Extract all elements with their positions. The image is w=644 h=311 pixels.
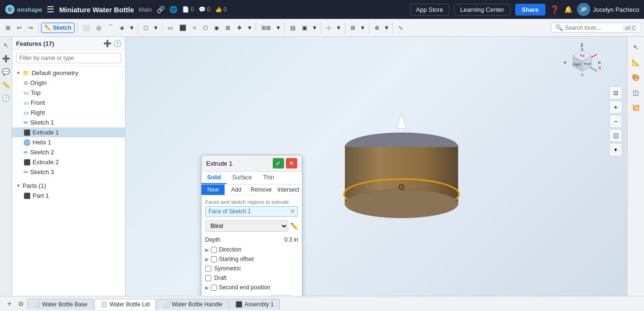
tree-item-extrude1[interactable]: ⬛ Extrude 1 (12, 127, 125, 137)
toolbar-btn-14[interactable]: ❖ (234, 23, 245, 33)
tree-item-right[interactable]: ▭ Right (12, 108, 125, 118)
rt-select-button[interactable]: ↖ (629, 41, 643, 54)
search-input[interactable] (565, 25, 621, 31)
view-cube[interactable]: Z X Top Front Right ▲ ▼ ◀ ▶ (561, 42, 603, 84)
clear-selection-icon[interactable]: ✕ (290, 208, 295, 215)
toolbar-btn-3[interactable]: ⌒ (105, 22, 116, 33)
extrude-confirm-button[interactable]: ✓ (273, 158, 284, 168)
settings-gear-button[interactable]: ⚙ (16, 300, 26, 308)
direction-row[interactable]: ▶ Direction (201, 245, 302, 254)
feature-history-icon[interactable]: 🕐 (113, 40, 121, 47)
toolbar-btn-5[interactable]: ▼ (128, 23, 135, 33)
toolbar-btn-25[interactable]: ⊕ (372, 23, 382, 33)
help-icon[interactable]: ❓ (550, 5, 560, 14)
toolbar-btn-24[interactable]: ▼ (359, 23, 367, 33)
side-history-icon[interactable]: 🕐 (1, 93, 11, 103)
zoom-in-button[interactable]: + (609, 101, 622, 114)
toolbar-btn-1[interactable]: ⬜ (80, 23, 92, 33)
op-new[interactable]: New (201, 185, 225, 195)
toolbar-btn-17[interactable]: ▼ (275, 23, 282, 33)
learning-center-button[interactable]: Learning Center (454, 4, 510, 16)
tree-item-extrude2[interactable]: ⬛ Extrude 2 (12, 157, 125, 167)
toolbar-btn-13[interactable]: ⊞ (223, 23, 233, 33)
toolbar-btn-16[interactable]: ⊞⊞ (259, 23, 274, 33)
toolbar-btn-18[interactable]: ▤ (287, 23, 298, 33)
toolbar-grid-button[interactable]: ⊞ (3, 23, 13, 33)
globe-icon[interactable]: 🌐 (169, 6, 177, 13)
toolbar-btn-22[interactable]: ▼ (335, 23, 343, 33)
draft-checkbox[interactable] (205, 275, 211, 281)
toolbar-btn-15[interactable]: ▼ (246, 23, 253, 33)
render-mode-dropdown[interactable]: ▼ (609, 143, 622, 156)
toolbar-btn-7[interactable]: ▼ (152, 23, 159, 33)
starting-offset-checkbox[interactable] (211, 256, 217, 262)
op-intersect[interactable]: Intersect (275, 185, 302, 195)
sketch-button[interactable]: ✏️ Sketch (41, 23, 75, 33)
user-profile[interactable]: JP Jocelyn Pacheco (577, 3, 639, 16)
add-feature-icon[interactable]: ➕ (103, 40, 111, 47)
link-icon[interactable]: 🔗 (157, 6, 165, 13)
tab-solid[interactable]: Solid (201, 172, 226, 184)
side-add-icon[interactable]: ➕ (1, 54, 11, 63)
tree-item-top[interactable]: ▭ Top (12, 88, 125, 98)
tab-assembly1[interactable]: ⬛ Assembly 1 (229, 299, 280, 310)
toolbar-btn-8[interactable]: ▭ (165, 23, 176, 33)
rt-section-button[interactable]: ◫ (629, 86, 643, 99)
end-type-edit-button[interactable]: ✏️ (290, 222, 298, 230)
end-type-dropdown[interactable]: Blind Through All Up to Face Up to Verte… (205, 220, 288, 232)
tree-item-helix1[interactable]: 🌀 Helix 1 (12, 137, 125, 147)
tree-item-sketch1[interactable]: ✏ Sketch 1 (12, 118, 125, 127)
side-select-icon[interactable]: ↖ (1, 41, 11, 50)
notifications-icon[interactable]: 🔔 (564, 6, 572, 13)
tree-item-sketch3[interactable]: ✏ Sketch 3 (12, 167, 125, 177)
final-button[interactable]: Final (271, 295, 292, 296)
toolbar-btn-19[interactable]: ▣ (299, 23, 310, 33)
tree-item-sketch2[interactable]: ✏ Sketch 2 (12, 147, 125, 157)
onshape-logo[interactable]: O onshape (5, 4, 42, 15)
tab-water-bottle-base[interactable]: ⬜ Water Bottle Base (27, 299, 93, 310)
appstore-button[interactable]: App Store (410, 4, 450, 16)
symmetric-checkbox[interactable] (205, 266, 211, 272)
hamburger-icon[interactable]: ☰ (47, 4, 54, 15)
zoom-out-button[interactable]: − (609, 115, 622, 128)
add-tab-button[interactable]: + (4, 298, 15, 310)
extrude-cancel-button[interactable]: ✕ (286, 158, 297, 168)
toolbar-btn-11[interactable]: ⬡ (200, 23, 210, 33)
side-comment-icon[interactable]: 💬 (1, 67, 11, 76)
tab-thin[interactable]: Thin (258, 172, 280, 184)
side-measure-icon[interactable]: 📏 (1, 80, 11, 90)
toolbar-btn-27[interactable]: ⤡ (395, 23, 406, 33)
toolbar-btn-26[interactable]: ▼ (383, 23, 391, 33)
toolbar-btn-20[interactable]: ▼ (311, 23, 318, 33)
toolbar-btn-2[interactable]: ◎ (93, 23, 104, 33)
tree-item-origin[interactable]: ⊕ Origin (12, 78, 125, 88)
selected-face-box[interactable]: Face of Sketch 1 ✕ (205, 206, 298, 217)
rt-appearance-button[interactable]: 🎨 (629, 71, 643, 84)
rt-explode-button[interactable]: 💥 (629, 101, 643, 114)
redo-button[interactable]: ↪ (25, 23, 36, 33)
tab-water-bottle-handle[interactable]: ⬜ Water Bottle Handle (157, 299, 228, 310)
tree-group-parts[interactable]: ▼ Parts (1) (12, 181, 125, 191)
second-end-row[interactable]: ▶ Second end position (201, 283, 302, 292)
toolbar-btn-4[interactable]: ◈ (117, 23, 127, 33)
op-add[interactable]: Add (225, 185, 248, 195)
section-view-button[interactable]: ◫ (609, 129, 622, 142)
tree-group-default-geometry[interactable]: ▼ 📁 Default geometry (12, 68, 125, 78)
starting-offset-row[interactable]: ▶ Starting offset (201, 254, 302, 264)
toolbar-btn-10[interactable]: ⌗ (190, 23, 199, 33)
fit-view-button[interactable]: ⊡ (609, 86, 622, 100)
tree-item-front[interactable]: ▭ Front (12, 98, 125, 108)
canvas-area[interactable]: Extrude 1 ✓ ✕ Solid Surface Thin New Add… (125, 37, 627, 296)
rt-measure-button[interactable]: 📐 (629, 56, 643, 69)
toolbar-btn-6[interactable]: ⬡ (141, 23, 151, 33)
second-end-checkbox[interactable] (211, 285, 217, 291)
toolbar-btn-21[interactable]: ⊹ (324, 23, 334, 33)
direction-checkbox[interactable] (211, 247, 217, 253)
toolbar-btn-9[interactable]: ⬛ (176, 23, 189, 33)
tab-surface[interactable]: Surface (226, 172, 257, 184)
filter-input[interactable] (16, 53, 121, 63)
tab-water-bottle-lid[interactable]: ⬜ Water Bottle Lid (94, 299, 156, 310)
tree-item-part1[interactable]: ⬛ Part 1 (12, 191, 125, 201)
op-remove[interactable]: Remove (248, 185, 275, 195)
toolbar-btn-12[interactable]: ◉ (211, 23, 222, 33)
